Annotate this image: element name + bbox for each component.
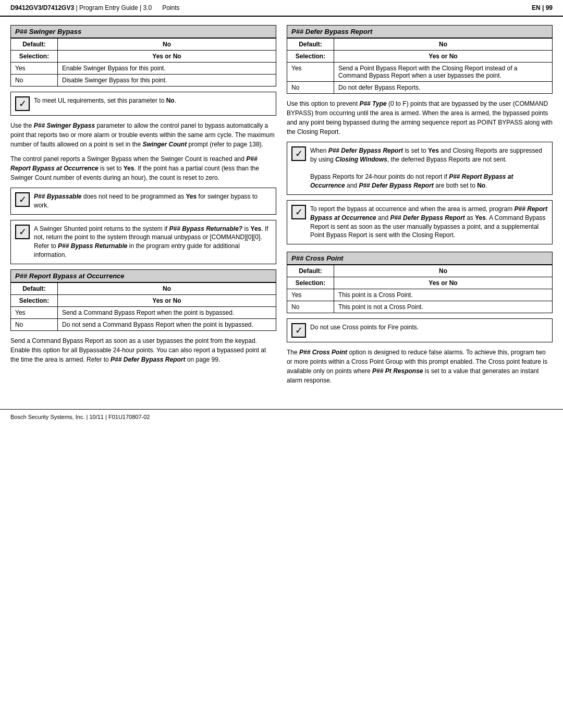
defer-note1-box: ✓ When P## Defer Bypass Report is set to… (287, 142, 553, 195)
swinger-note3-text: A Swinger Shunted point returns to the s… (34, 225, 272, 260)
table-row: Yes This point is a Cross Point. (287, 289, 553, 301)
note-checkbox-icon: ✓ (15, 96, 30, 111)
defer-selection-value: Yes or No (334, 51, 553, 63)
note-checkbox-icon2: ✓ (15, 192, 30, 207)
defer-no-option: No (287, 82, 334, 94)
swinger-note1-box: ✓ To meet UL requirements, set this para… (10, 92, 276, 116)
note-checkbox-icon4: ✓ (291, 146, 306, 161)
cross-selection-label: Selection: (287, 277, 334, 289)
note-checkbox-icon3: ✓ (15, 225, 30, 239)
swinger-bypass-table: Default: No Selection: Yes or No Yes Ena… (10, 38, 276, 87)
cross-point-section: P## Cross Point Default: No Selection: Y… (287, 252, 553, 385)
cross-default-label: Default: (287, 265, 334, 277)
swinger-bypass-section: P## Swinger Bypass Default: No Selection… (10, 25, 276, 264)
defer-bypass-body: Use this option to prevent P## Type (0 t… (287, 99, 553, 137)
header-spacer2 (153, 4, 160, 11)
swinger-note2-box: ✓ P## Bypassable does not need to be pro… (10, 188, 276, 215)
header-version: 3.0 (143, 4, 152, 11)
note-checkbox-icon6: ✓ (291, 323, 306, 338)
table-row: Yes Send a Command Bypass Report when th… (11, 306, 276, 318)
report-bypass-table: Default: No Selection: Yes or No Yes Sen… (10, 282, 276, 331)
swinger-note3-box: ✓ A Swinger Shunted point returns to the… (10, 220, 276, 264)
cross-yes-option: Yes (287, 289, 334, 301)
cross-note-box: ✓ Do not use Cross points for Fire point… (287, 318, 553, 342)
footer-date: 10/11 (89, 414, 104, 420)
cross-note-text: Do not use Cross points for Fire points. (310, 323, 419, 332)
cross-no-option: No (287, 301, 334, 313)
footer-part: F01U170807-02 (108, 414, 150, 420)
page-content: P## Swinger Bypass Default: No Selection… (0, 17, 563, 399)
guide-title: Program Entry Guide (79, 4, 138, 11)
defer-note2-box: ✓ To report the bypass at occurrence and… (287, 200, 553, 244)
left-column: P## Swinger Bypass Default: No Selection… (10, 25, 276, 390)
defer-yes-option: Yes (287, 63, 334, 82)
swinger-no-option: No (11, 75, 58, 87)
swinger-selection-label: Selection: (11, 51, 58, 63)
report-default-value: No (58, 282, 276, 294)
cross-selection-value: Yes or No (334, 277, 553, 289)
report-bypass-title: P## Report Bypass at Occurrence (10, 269, 276, 282)
defer-yes-desc: Send a Point Bypass Report with the Clos… (334, 63, 553, 82)
footer-company: Bosch Security Systems, Inc. (10, 414, 84, 420)
table-row: No Do not defer Bypass Reports. (287, 82, 553, 94)
header-left: D9412GV3/D7412GV3 | Program Entry Guide … (10, 4, 179, 11)
table-row: No Disable Swinger Bypass for this point… (11, 75, 276, 87)
cross-yes-desc: This point is a Cross Point. (334, 289, 553, 301)
table-row: No Do not send a Command Bypass Report w… (11, 318, 276, 330)
cross-point-body: The P## Cross Point option is designed t… (287, 348, 553, 385)
defer-selection-label: Selection: (287, 51, 334, 63)
defer-no-desc: Do not defer Bypass Reports. (334, 82, 553, 94)
swinger-note2-text: P## Bypassable does not need to be progr… (34, 192, 272, 210)
defer-bypass-title: P## Defer Bypass Report (287, 25, 553, 38)
cross-no-desc: This point is not a Cross Point. (334, 301, 553, 313)
swinger-bypass-title: P## Swinger Bypass (10, 25, 276, 38)
table-row: Yes Send a Point Bypass Report with the … (287, 63, 553, 82)
swinger-body2: The control panel reports a Swinger Bypa… (10, 154, 276, 182)
page-header: D9412GV3/D7412GV3 | Program Entry Guide … (0, 0, 563, 17)
report-yes-option: Yes (11, 306, 58, 318)
swinger-yes-desc: Enable Swinger Bypass for this point. (58, 63, 276, 75)
defer-bypass-table: Default: No Selection: Yes or No Yes Sen… (287, 38, 553, 94)
table-row: No This point is not a Cross Point. (287, 301, 553, 313)
cross-point-table: Default: No Selection: Yes or No Yes Thi… (287, 265, 553, 313)
swinger-note1-text: To meet UL requirements, set this parame… (34, 96, 176, 105)
swinger-body1: Use the P## Swinger Bypass parameter to … (10, 121, 276, 149)
defer-default-label: Default: (287, 39, 334, 51)
cross-default-value: No (334, 265, 553, 277)
report-selection-label: Selection: (11, 294, 58, 306)
defer-note2-text: To report the bypass at occurrence and w… (310, 205, 548, 240)
page-footer: Bosch Security Systems, Inc. | 10/11 | F… (0, 409, 563, 424)
header-lang: EN (532, 4, 541, 11)
swinger-default-value: No (58, 39, 276, 51)
swinger-selection-value: Yes or No (58, 51, 276, 63)
report-no-desc: Do not send a Command Bypass Report when… (58, 318, 276, 330)
product-name: D9412GV3/D7412GV3 (10, 4, 74, 11)
right-column: P## Defer Bypass Report Default: No Sele… (287, 25, 553, 390)
report-default-label: Default: (11, 282, 58, 294)
report-bypass-body: Send a Command Bypass Report as soon as … (10, 336, 276, 364)
swinger-default-label: Default: (11, 39, 58, 51)
report-bypass-section: P## Report Bypass at Occurrence Default:… (10, 269, 276, 364)
header-section: Points (162, 4, 179, 11)
defer-bypass-section: P## Defer Bypass Report Default: No Sele… (287, 25, 553, 244)
header-right: EN | 99 (532, 4, 553, 11)
swinger-yes-option: Yes (11, 63, 58, 75)
defer-default-value: No (334, 39, 553, 51)
defer-note1-text: When P## Defer Bypass Report is set to Y… (310, 146, 548, 190)
page-number: 99 (546, 4, 553, 11)
swinger-no-desc: Disable Swinger Bypass for this point. (58, 75, 276, 87)
report-no-option: No (11, 318, 58, 330)
cross-point-title: P## Cross Point (287, 252, 553, 265)
report-selection-value: Yes or No (58, 294, 276, 306)
report-yes-desc: Send a Command Bypass Report when the po… (58, 306, 276, 318)
note-checkbox-icon5: ✓ (291, 205, 306, 219)
table-row: Yes Enable Swinger Bypass for this point… (11, 63, 276, 75)
